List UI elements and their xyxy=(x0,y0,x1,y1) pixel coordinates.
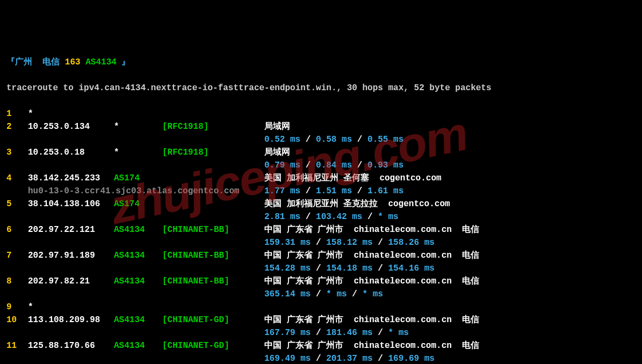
hop-timing: 2.81 ms xyxy=(264,212,300,222)
hop-ip: 113.108.209.98 xyxy=(28,314,114,326)
hop-num: 10 xyxy=(6,314,28,326)
hop-num: 3 xyxy=(6,146,28,159)
hop-row-2: 210.253.0.134*[RFC1918]局域网 xyxy=(6,120,636,133)
hop-rdns: hu0-13-0-3.ccr41.sjc03.atlas.cogentco.co… xyxy=(28,185,264,198)
hop-num: 6 xyxy=(6,223,28,236)
hop-location: 局域网 xyxy=(264,122,290,132)
hop-timing: 0.79 ms xyxy=(264,161,300,170)
hop-tag: [CHINANET-GD] xyxy=(162,339,264,352)
hop-location: 中国 广东省 广州市 chinatelecom.com.cn 电信 xyxy=(264,251,479,260)
hop-num: 8 xyxy=(6,275,28,288)
hop-tag: [RFC1918] xyxy=(162,120,264,133)
hop-num: 4 xyxy=(6,172,28,185)
hop-ip: 10.253.0.134 xyxy=(28,120,114,133)
hop-tag: [RFC1918] xyxy=(162,146,264,159)
hop-ip: 38.104.138.106 xyxy=(28,198,114,210)
hop-asn: AS174 xyxy=(114,198,162,210)
hop-ip: 38.142.245.233 xyxy=(28,172,114,185)
hop-timing: 159.31 ms xyxy=(264,238,311,247)
hop-tag: [CHINANET-BB] xyxy=(162,223,264,236)
hop-row-4: 438.142.245.233AS174美国 加利福尼亚州 圣何塞 cogent… xyxy=(6,172,636,185)
hop-timing: 169.49 ms xyxy=(264,354,311,363)
hop-asn: * xyxy=(114,146,162,159)
hop-timing: 0.52 ms xyxy=(264,135,300,144)
hop-row-5: 538.104.138.106AS174美国 加利福尼亚州 圣克拉拉 cogen… xyxy=(6,198,636,210)
hop-asn: AS174 xyxy=(114,172,162,185)
hop-asn: AS4134 xyxy=(114,275,162,288)
hop-ip: 202.97.22.121 xyxy=(28,223,114,236)
hop-timing-row: 365.14 ms / * ms / * ms xyxy=(6,288,636,301)
hop-num: 2 xyxy=(6,120,28,133)
hop-location: 局域网 xyxy=(264,148,290,157)
hop-timeout: * xyxy=(28,301,114,314)
hop-location: 中国 广东省 广州市 chinatelecom.com.cn 电信 xyxy=(264,315,479,325)
hop-ip: 125.88.170.66 xyxy=(28,339,114,352)
hop-tag: [CHINANET-BB] xyxy=(162,275,264,288)
hop-row-7: 7202.97.91.189AS4134[CHINANET-BB]中国 广东省 … xyxy=(6,249,636,262)
hop-tag: [CHINANET-GD] xyxy=(162,314,264,326)
hop-num: 9 xyxy=(6,301,28,314)
hop-row-6: 6202.97.22.121AS4134[CHINANET-BB]中国 广东省 … xyxy=(6,223,636,236)
trace-hops: 1*210.253.0.134*[RFC1918]局域网0.52 ms / 0.… xyxy=(6,107,636,364)
hop-location: 美国 加利福尼亚州 圣何塞 cogentco.com xyxy=(264,173,442,183)
hop-tag: [CHINANET-BB] xyxy=(162,249,264,262)
hop-num: 1 xyxy=(6,107,28,120)
hop-timing-row: 167.79 ms / 181.46 ms / * ms xyxy=(6,326,636,339)
hop-timing-row: 159.31 ms / 158.12 ms / 158.26 ms xyxy=(6,236,636,249)
hop-timing-row: 169.49 ms / 201.37 ms / 169.69 ms xyxy=(6,352,636,364)
hop-rdns-row: hu0-13-0-3.ccr41.sjc03.atlas.cogentco.co… xyxy=(6,185,636,198)
hop-asn: * xyxy=(114,120,162,133)
hop-asn: AS4134 xyxy=(114,249,162,262)
hop-location: 中国 广东省 广州市 chinatelecom.com.cn 电信 xyxy=(264,341,479,351)
hop-ip: 202.97.82.21 xyxy=(28,275,114,288)
hop-timing-row: 154.28 ms / 154.18 ms / 154.16 ms xyxy=(6,262,636,275)
hop-location: 中国 广东省 广州市 chinatelecom.com.cn 电信 xyxy=(264,276,479,286)
hop-row-9: 9* xyxy=(6,301,636,314)
hop-asn: AS4134 xyxy=(114,314,162,326)
hop-num: 11 xyxy=(6,339,28,352)
hop-num: 5 xyxy=(6,198,28,210)
hop-row-1: 1* xyxy=(6,107,636,120)
hop-timing-row: 0.79 ms / 0.84 ms / 0.93 ms xyxy=(6,159,636,172)
hop-num: 7 xyxy=(6,249,28,262)
trace-header: 『广州 电信 163 AS4134 』 xyxy=(6,56,636,69)
hop-location: 中国 广东省 广州市 chinatelecom.com.cn 电信 xyxy=(264,225,479,235)
hop-timeout: * xyxy=(28,107,114,120)
hop-timing: 365.14 ms xyxy=(264,289,311,299)
hop-timing: 1.77 ms xyxy=(264,186,300,196)
hop-timing-row: 0.52 ms / 0.58 ms / 0.55 ms xyxy=(6,133,636,146)
trace-command: traceroute to ipv4.can-4134.nexttrace-io… xyxy=(6,82,636,94)
hop-timing-row: 2.81 ms / 103.42 ms / * ms xyxy=(6,210,636,223)
hop-row-3: 310.253.0.18*[RFC1918]局域网 xyxy=(6,146,636,159)
hop-location: 美国 加利福尼亚州 圣克拉拉 cogentco.com xyxy=(264,199,450,209)
hop-ip: 10.253.0.18 xyxy=(28,146,114,159)
hop-row-8: 8202.97.82.21AS4134[CHINANET-BB]中国 广东省 广… xyxy=(6,275,636,288)
hop-asn: AS4134 xyxy=(114,223,162,236)
hop-row-10: 10113.108.209.98AS4134[CHINANET-GD]中国 广东… xyxy=(6,314,636,326)
hop-timing: 167.79 ms xyxy=(264,328,311,338)
hop-timing: 154.28 ms xyxy=(264,264,311,273)
hop-asn: AS4134 xyxy=(114,339,162,352)
hop-ip: 202.97.91.189 xyxy=(28,249,114,262)
hop-row-11: 11125.88.170.66AS4134[CHINANET-GD]中国 广东省… xyxy=(6,339,636,352)
